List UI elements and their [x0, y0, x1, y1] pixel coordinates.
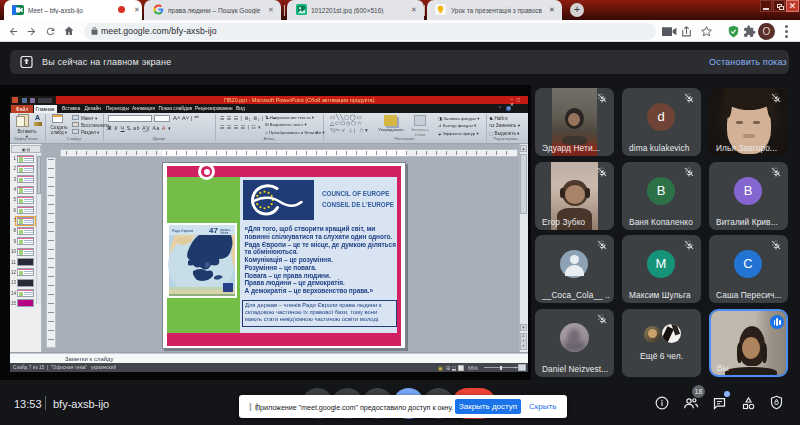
svg-text:членів: членів — [220, 231, 229, 235]
svg-text:Рада Європи: Рада Європи — [172, 229, 193, 233]
svg-text:47: 47 — [209, 226, 218, 235]
